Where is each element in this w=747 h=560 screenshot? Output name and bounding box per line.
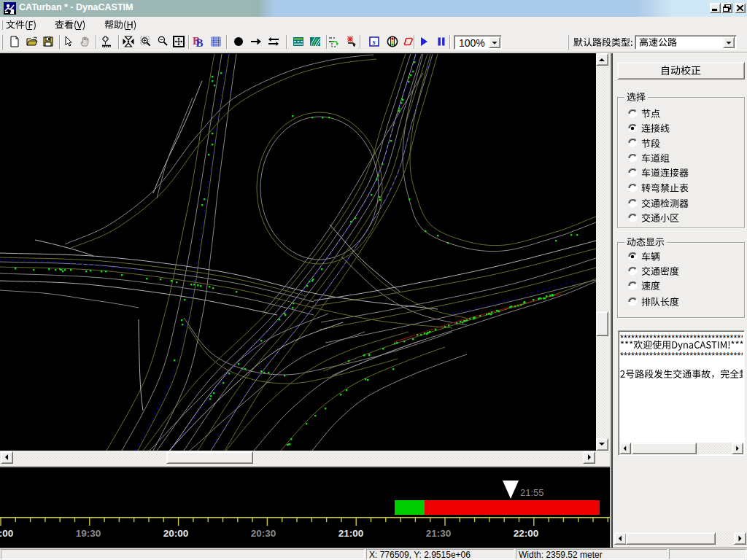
svg-text:21:55: 21:55	[520, 487, 544, 498]
svg-text:19:30: 19:30	[76, 528, 101, 539]
svg-text:22:00: 22:00	[514, 528, 539, 539]
svg-text:20:00: 20:00	[163, 528, 189, 539]
svg-text:21:00: 21:00	[338, 528, 364, 539]
svg-text:19:00: 19:00	[0, 528, 13, 539]
svg-text:21:30: 21:30	[426, 528, 452, 539]
svg-text:s: s	[371, 37, 375, 46]
svg-text:20:30: 20:30	[251, 528, 276, 539]
svg-text:B: B	[196, 37, 204, 48]
